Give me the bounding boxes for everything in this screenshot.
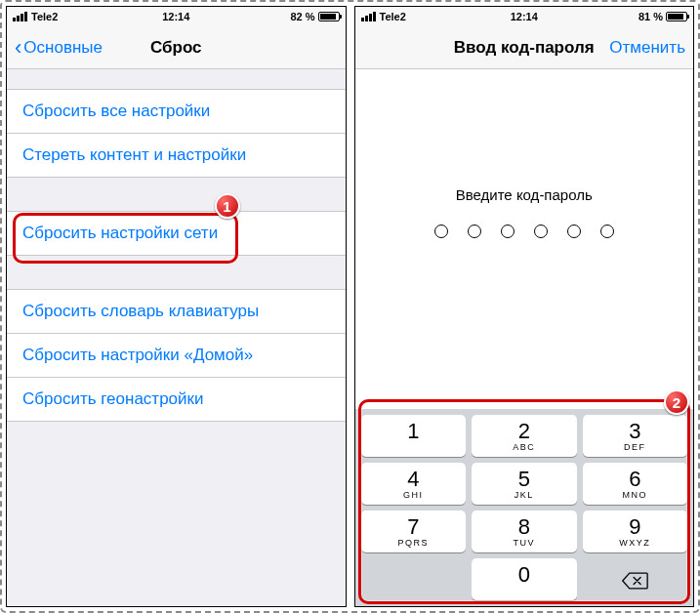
reset-home-layout[interactable]: Сбросить настройки «Домой» (7, 333, 346, 377)
settings-group: Сбросить все настройки Стереть контент и… (7, 89, 346, 178)
key-2[interactable]: 2ABC (472, 415, 577, 457)
numeric-keypad: 1 2ABC 3DEF 4GHI 5JKL 6MNO 7PQRS 8TUV 9W… (355, 409, 694, 606)
passcode-dots (355, 225, 694, 238)
key-7[interactable]: 7PQRS (361, 511, 467, 552)
erase-content-settings[interactable]: Стереть контент и настройки (7, 133, 346, 178)
page-title: Ввод код-пароля (355, 38, 694, 58)
status-bar: Tele2 12:14 82 % (7, 7, 346, 26)
nav-bar: Ввод код-пароля Отменить (355, 26, 694, 69)
phone-left: Tele2 12:14 82 % ‹ Основные Сброс Сброси… (6, 6, 347, 607)
battery-icon (318, 12, 340, 21)
passcode-dot (434, 225, 448, 238)
clock-label: 12:14 (7, 11, 346, 22)
nav-bar: ‹ Основные Сброс (7, 26, 346, 69)
reset-network-settings[interactable]: Сбросить настройки сети (7, 211, 346, 256)
phone-right: Tele2 12:14 81 % Ввод код-пароля Отменит… (354, 6, 695, 607)
passcode-dot (501, 225, 515, 238)
passcode-prompt-label: Введите код-пароль (355, 186, 694, 203)
settings-group: Сбросить словарь клавиатуры Сбросить нас… (7, 289, 346, 422)
key-5[interactable]: 5JKL (472, 463, 577, 505)
passcode-dot (468, 225, 481, 238)
reset-location-privacy[interactable]: Сбросить геонастройки (7, 377, 346, 422)
battery-icon (666, 12, 687, 21)
annotation-badge: 1 (215, 193, 240, 219)
passcode-prompt-area: Введите код-пароль (355, 69, 694, 238)
key-0[interactable]: 0 (472, 558, 577, 600)
status-bar: Tele2 12:14 81 % (355, 7, 694, 26)
key-blank (361, 558, 467, 600)
key-4[interactable]: 4GHI (361, 463, 467, 505)
passcode-screen: Введите код-пароль 1 2ABC 3DEF 4GH (355, 69, 694, 606)
settings-list: Сбросить все настройки Стереть контент и… (7, 69, 346, 606)
settings-group: Сбросить настройки сети (7, 211, 346, 256)
key-1[interactable]: 1 (361, 415, 467, 457)
clock-label: 12:14 (355, 11, 694, 22)
key-6[interactable]: 6MNO (583, 463, 688, 505)
passcode-dot (567, 225, 581, 238)
backspace-key[interactable] (583, 558, 688, 600)
passcode-dot (600, 225, 614, 238)
reset-all-settings[interactable]: Сбросить все настройки (7, 89, 346, 133)
passcode-dot (534, 225, 548, 238)
backspace-icon (621, 571, 648, 591)
reset-keyboard-dictionary[interactable]: Сбросить словарь клавиатуры (7, 289, 346, 333)
key-8[interactable]: 8TUV (472, 511, 577, 552)
annotation-badge: 2 (664, 389, 689, 415)
page-title: Сброс (7, 38, 346, 58)
key-3[interactable]: 3DEF (583, 415, 688, 457)
key-9[interactable]: 9WXYZ (583, 511, 688, 552)
